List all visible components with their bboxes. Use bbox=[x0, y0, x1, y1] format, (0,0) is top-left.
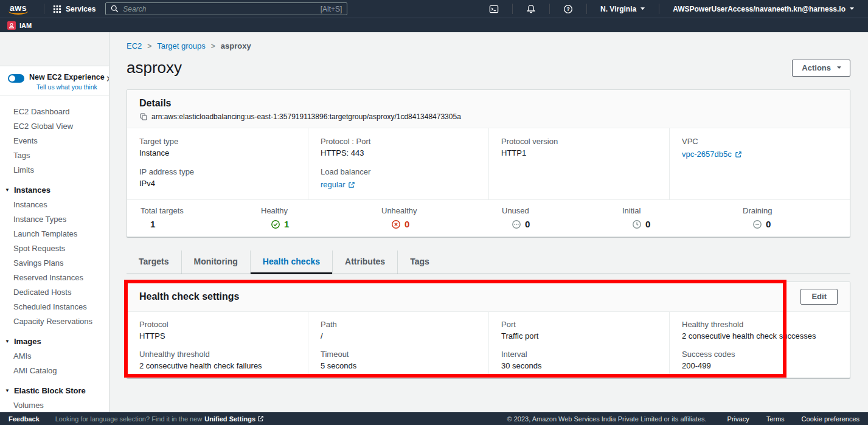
sidebar-section-ebs[interactable]: ▼ Elastic Block Store bbox=[0, 383, 109, 398]
field-success-codes: Success codes 200-499 bbox=[682, 350, 838, 370]
tell-us-link[interactable]: Tell us what you think bbox=[29, 83, 105, 91]
favorite-iam-shortcut[interactable]: IAM bbox=[7, 21, 32, 30]
grid-icon bbox=[53, 5, 61, 13]
field-value: 2 consecutive health check failures bbox=[139, 361, 296, 370]
section-label: Instances bbox=[14, 185, 50, 195]
vpc-link[interactable]: vpc-2657db5c bbox=[682, 150, 742, 159]
close-icon[interactable]: ✕ bbox=[105, 73, 109, 85]
target-summary-row: Total targets 1 Healthy 1 Unhealthy 0 Un… bbox=[127, 199, 850, 237]
sidebar: New EC2 Experience Tell us what you thin… bbox=[0, 32, 109, 412]
search-input[interactable] bbox=[123, 5, 316, 13]
footer-right: © 2023, Amazon Web Services India Privat… bbox=[507, 415, 859, 423]
new-experience-toggle[interactable] bbox=[8, 74, 24, 83]
favorite-iam-label: IAM bbox=[19, 22, 32, 29]
breadcrumb-ec2[interactable]: EC2 bbox=[127, 41, 142, 50]
details-title: Details bbox=[139, 98, 838, 109]
summary-initial: Initial 0 bbox=[609, 206, 729, 229]
sidebar-item-limits[interactable]: Limits bbox=[0, 162, 109, 177]
external-link-icon bbox=[735, 151, 742, 158]
aws-logo[interactable]: aws bbox=[7, 3, 29, 15]
services-label: Services bbox=[66, 5, 95, 13]
unified-settings-link[interactable]: Unified Settings bbox=[204, 415, 264, 423]
field-value: HTTP1 bbox=[501, 148, 657, 157]
field-value: HTTPS: 443 bbox=[321, 148, 476, 157]
copy-icon[interactable] bbox=[139, 112, 148, 121]
sidebar-section-images[interactable]: ▼ Images bbox=[0, 334, 109, 348]
chevron-down-icon bbox=[849, 7, 855, 11]
summary-value: 0 bbox=[525, 219, 530, 229]
sidebar-item-amis[interactable]: AMIs bbox=[0, 348, 109, 363]
account-menu[interactable]: AWSPowerUserAccess/navaneeth.kn@harness.… bbox=[665, 5, 862, 13]
sidebar-section-instances[interactable]: ▼ Instances bbox=[0, 182, 109, 197]
divider bbox=[586, 4, 587, 14]
summary-label: Draining bbox=[743, 206, 850, 215]
x-circle-icon bbox=[391, 219, 401, 229]
summary-unhealthy: Unhealthy 0 bbox=[368, 206, 488, 229]
sidebar-item-launch-templates[interactable]: Launch Templates bbox=[0, 226, 109, 241]
section-label: Elastic Block Store bbox=[14, 386, 86, 395]
sidebar-item-ami-catalog[interactable]: AMI Catalog bbox=[0, 363, 109, 378]
sidebar-item-instance-types[interactable]: Instance Types bbox=[0, 212, 109, 226]
load-balancer-link[interactable]: regular bbox=[321, 180, 355, 189]
edit-button[interactable]: Edit bbox=[800, 289, 838, 305]
health-check-settings-card: Health check settings Edit Protocol HTTP… bbox=[127, 282, 850, 378]
cookie-preferences-link[interactable]: Cookie preferences bbox=[802, 415, 859, 423]
sidebar-item-capacity-reservations[interactable]: Capacity Reservations bbox=[0, 314, 109, 328]
sidebar-item-tags[interactable]: Tags bbox=[0, 148, 109, 162]
field-value: 5 seconds bbox=[321, 361, 476, 370]
field-value: Traffic port bbox=[501, 331, 657, 340]
summary-value: 0 bbox=[766, 219, 771, 229]
divider bbox=[659, 4, 659, 14]
sidebar-item-volumes[interactable]: Volumes bbox=[0, 398, 109, 412]
sidebar-item-events[interactable]: Events bbox=[0, 133, 109, 148]
summary-unused: Unused 0 bbox=[488, 206, 609, 229]
sidebar-item-ec2-dashboard[interactable]: EC2 Dashboard bbox=[0, 104, 109, 119]
feedback-button[interactable]: Feedback bbox=[9, 415, 40, 423]
tab-health-checks[interactable]: Health checks bbox=[250, 251, 332, 274]
caret-down-icon: ▼ bbox=[5, 388, 10, 393]
sidebar-item-savings-plans[interactable]: Savings Plans bbox=[0, 255, 109, 270]
field-label: VPC bbox=[682, 137, 838, 146]
notifications-bell-icon[interactable] bbox=[519, 4, 543, 14]
caret-down-icon: ▼ bbox=[5, 339, 10, 344]
tab-attributes[interactable]: Attributes bbox=[332, 251, 397, 274]
field-label: Healthy threshold bbox=[682, 320, 838, 329]
summary-value: 0 bbox=[404, 219, 409, 229]
field-label: Success codes bbox=[682, 350, 838, 359]
sidebar-nav: EC2 Dashboard EC2 Global View Events Tag… bbox=[0, 96, 109, 412]
field-label: Protocol : Port bbox=[321, 137, 476, 146]
cloudshell-icon[interactable] bbox=[482, 4, 506, 14]
help-icon[interactable]: ? bbox=[556, 4, 580, 14]
sidebar-item-spot-requests[interactable]: Spot Requests bbox=[0, 241, 109, 255]
new-experience-box: New EC2 Experience Tell us what you thin… bbox=[0, 66, 109, 96]
terms-link[interactable]: Terms bbox=[766, 415, 785, 423]
tab-tags[interactable]: Tags bbox=[397, 251, 442, 274]
divider bbox=[512, 4, 513, 14]
privacy-link[interactable]: Privacy bbox=[727, 415, 749, 423]
breadcrumb-target-groups[interactable]: Target groups bbox=[157, 41, 206, 50]
summary-label: Healthy bbox=[261, 206, 368, 215]
sidebar-item-scheduled-instances[interactable]: Scheduled Instances bbox=[0, 299, 109, 314]
field-label: IP address type bbox=[139, 167, 296, 176]
region-label: N. Virginia bbox=[600, 5, 636, 13]
favorites-bar: IAM bbox=[0, 18, 868, 32]
field-label: Path bbox=[321, 320, 476, 329]
field-protocol-port: Protocol : Port HTTPS: 443 bbox=[321, 137, 476, 157]
sidebar-item-instances[interactable]: Instances bbox=[0, 197, 109, 212]
summary-label: Total targets bbox=[141, 206, 248, 215]
field-interval: Interval 30 seconds bbox=[501, 350, 657, 370]
sidebar-item-dedicated-hosts[interactable]: Dedicated Hosts bbox=[0, 285, 109, 299]
footer-bar: Feedback Looking for language selection?… bbox=[0, 412, 868, 425]
services-menu[interactable]: Services bbox=[50, 5, 98, 13]
summary-healthy: Healthy 1 bbox=[248, 206, 368, 229]
actions-button[interactable]: Actions bbox=[792, 60, 850, 77]
region-selector[interactable]: N. Virginia bbox=[593, 5, 653, 13]
sidebar-item-reserved-instances[interactable]: Reserved Instances bbox=[0, 270, 109, 285]
tab-monitoring[interactable]: Monitoring bbox=[181, 251, 250, 274]
sidebar-item-ec2-global-view[interactable]: EC2 Global View bbox=[0, 119, 109, 133]
field-value: 30 seconds bbox=[501, 361, 657, 370]
tab-targets[interactable]: Targets bbox=[127, 251, 181, 274]
field-label: Load balancer bbox=[321, 167, 476, 176]
field-label: Unhealthy threshold bbox=[139, 350, 296, 359]
global-search[interactable]: [Alt+S] bbox=[105, 2, 347, 15]
